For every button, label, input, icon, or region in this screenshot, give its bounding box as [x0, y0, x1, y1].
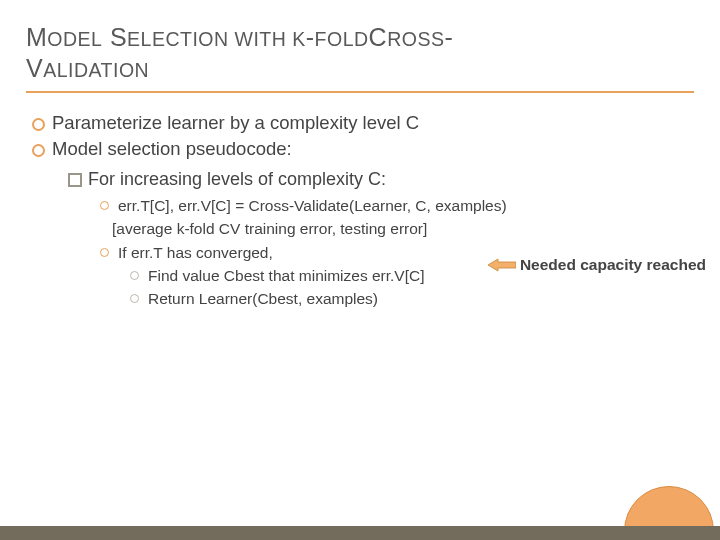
bullet-text: [average k-fold CV training error, testi…	[112, 220, 427, 237]
title-w2-sc: ELECTION WITH K	[127, 28, 306, 50]
bullet-text: Find value Cbest that minimizes err.V[C]	[148, 267, 425, 284]
slide-title: MODEL SELECTION WITH K-FOLDCROSS- VALIDA…	[26, 22, 694, 93]
bullet-text: Model selection pseudocode:	[52, 138, 292, 159]
bullet-text: Parameterize learner by a complexity lev…	[52, 112, 419, 133]
bullet-sub-note: [average k-fold CV training error, testi…	[112, 219, 694, 240]
callout: Needed capacity reached	[488, 256, 706, 274]
content-area: Parameterize learner by a complexity lev…	[26, 111, 694, 310]
svg-marker-0	[488, 259, 516, 271]
bullet-text: For increasing levels of complexity C:	[88, 169, 386, 189]
title-w2-cap: S	[110, 23, 127, 51]
bullet-text: If err.T has converged,	[118, 244, 273, 261]
bullet-lvl4: Return Learner(Cbest, examples)	[130, 289, 694, 310]
bottom-bar	[0, 526, 720, 540]
title-w5-sc: ALIDATION	[43, 59, 149, 81]
title-w4-sc: ROSS	[387, 28, 444, 50]
bullet-lvl2: For increasing levels of complexity C:	[68, 168, 694, 191]
title-w1-sc: ODEL	[47, 28, 102, 50]
title-dash2: -	[444, 23, 453, 51]
title-dash1: -	[306, 23, 315, 51]
title-w1-cap: M	[26, 23, 47, 51]
title-w3-sc: FOLD	[315, 28, 369, 50]
bullet-text: Return Learner(Cbest, examples)	[148, 290, 378, 307]
slide: MODEL SELECTION WITH K-FOLDCROSS- VALIDA…	[0, 0, 720, 540]
title-w5-cap: V	[26, 54, 43, 82]
arrow-left-icon	[488, 258, 516, 272]
bullet-lvl1: Parameterize learner by a complexity lev…	[30, 111, 694, 136]
bullet-text: err.T[C], err.V[C] = Cross-Validate(Lear…	[118, 197, 507, 214]
title-w4-cap: C	[369, 23, 388, 51]
bullet-lvl3: err.T[C], err.V[C] = Cross-Validate(Lear…	[100, 196, 694, 217]
bullet-lvl1: Model selection pseudocode:	[30, 137, 694, 162]
callout-text: Needed capacity reached	[520, 256, 706, 274]
